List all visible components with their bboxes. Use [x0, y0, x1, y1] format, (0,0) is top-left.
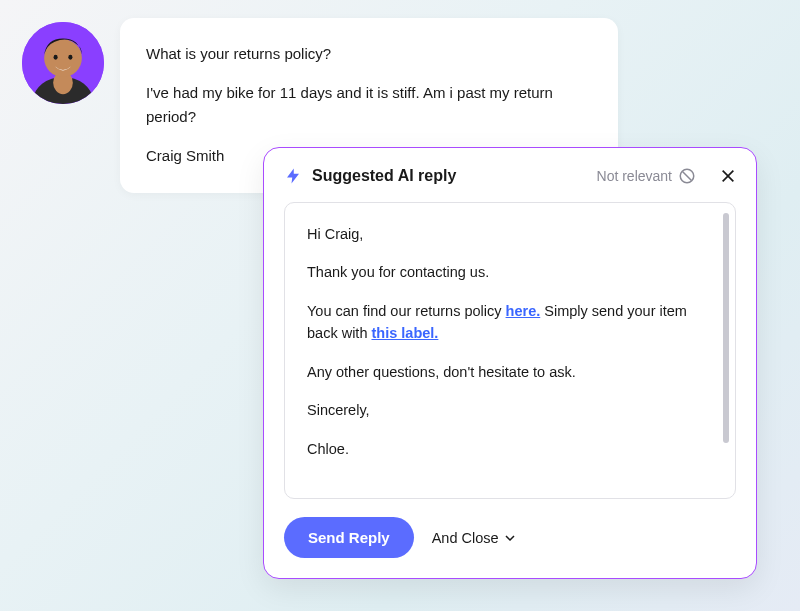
not-relevant-button[interactable]: Not relevant	[597, 167, 696, 185]
svg-point-3	[44, 39, 82, 77]
reply-line: Thank you for contacting us.	[307, 261, 713, 283]
svg-point-5	[68, 55, 72, 60]
and-close-label: And Close	[432, 530, 499, 546]
reply-agent-name: Chloe.	[307, 438, 713, 460]
reply-text: You can find our returns policy	[307, 303, 506, 319]
avatar	[22, 22, 104, 104]
message-line: I've had my bike for 11 days and it is s…	[146, 81, 592, 128]
scrollbar-thumb[interactable]	[723, 213, 729, 443]
and-close-dropdown[interactable]: And Close	[432, 530, 515, 546]
svg-line-7	[683, 172, 692, 181]
chevron-down-icon	[505, 535, 515, 541]
not-relevant-label: Not relevant	[597, 168, 672, 184]
return-label-link[interactable]: this label.	[371, 325, 438, 341]
reply-textbox[interactable]: Hi Craig, Thank you for contacting us. Y…	[284, 202, 736, 499]
send-reply-button[interactable]: Send Reply	[284, 517, 414, 558]
svg-point-4	[54, 55, 58, 60]
avatar-image	[22, 22, 104, 104]
reply-line: Any other questions, don't hesitate to a…	[307, 361, 713, 383]
bolt-icon	[284, 166, 302, 186]
reply-line: You can find our returns policy here. Si…	[307, 300, 713, 345]
scrollbar[interactable]	[723, 213, 729, 488]
ai-reply-panel: Suggested AI reply Not relevant Hi Craig…	[263, 147, 757, 579]
ai-panel-title: Suggested AI reply	[312, 167, 587, 185]
reply-signoff: Sincerely,	[307, 399, 713, 421]
ban-icon	[678, 167, 696, 185]
ai-actions-row: Send Reply And Close	[284, 517, 736, 558]
close-icon[interactable]	[720, 168, 736, 184]
returns-policy-link[interactable]: here.	[506, 303, 541, 319]
reply-greeting: Hi Craig,	[307, 223, 713, 245]
ai-panel-header: Suggested AI reply Not relevant	[284, 166, 736, 186]
message-line: What is your returns policy?	[146, 42, 592, 65]
